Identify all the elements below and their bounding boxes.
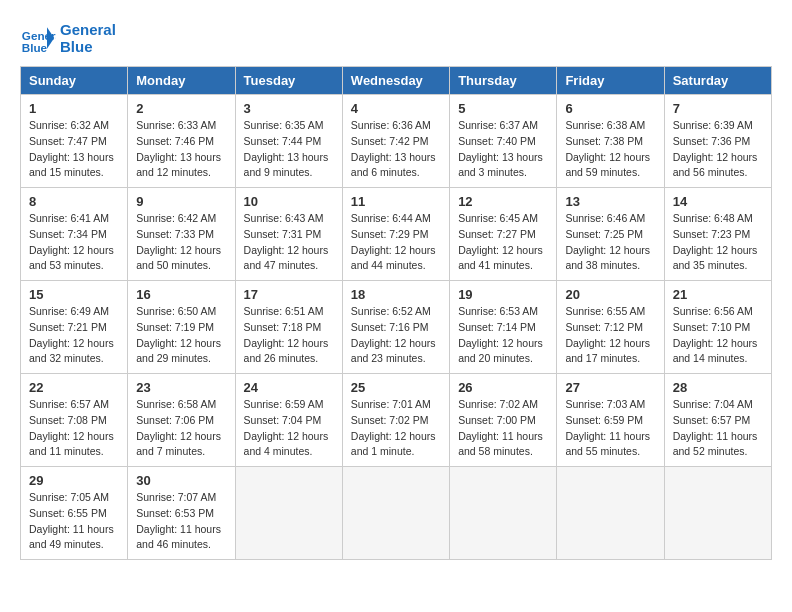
- page-header: General Blue General Blue: [20, 20, 772, 56]
- column-header-wednesday: Wednesday: [342, 67, 449, 95]
- day-info: Sunrise: 6:33 AM Sunset: 7:46 PM Dayligh…: [136, 118, 226, 181]
- column-header-tuesday: Tuesday: [235, 67, 342, 95]
- logo-line2: Blue: [60, 38, 116, 55]
- sunset-text: Sunset: 7:04 PM: [244, 414, 322, 426]
- column-header-friday: Friday: [557, 67, 664, 95]
- calendar-cell: [342, 467, 449, 560]
- calendar-cell: 9 Sunrise: 6:42 AM Sunset: 7:33 PM Dayli…: [128, 188, 235, 281]
- day-info: Sunrise: 6:49 AM Sunset: 7:21 PM Dayligh…: [29, 304, 119, 367]
- day-number: 6: [565, 101, 655, 116]
- week-row-4: 22 Sunrise: 6:57 AM Sunset: 7:08 PM Dayl…: [21, 374, 772, 467]
- calendar-cell: 7 Sunrise: 6:39 AM Sunset: 7:36 PM Dayli…: [664, 95, 771, 188]
- sunset-text: Sunset: 7:02 PM: [351, 414, 429, 426]
- calendar-cell: 18 Sunrise: 6:52 AM Sunset: 7:16 PM Dayl…: [342, 281, 449, 374]
- day-number: 5: [458, 101, 548, 116]
- daylight-text: Daylight: 13 hours and 6 minutes.: [351, 151, 436, 179]
- calendar-cell: 2 Sunrise: 6:33 AM Sunset: 7:46 PM Dayli…: [128, 95, 235, 188]
- day-number: 28: [673, 380, 763, 395]
- week-row-2: 8 Sunrise: 6:41 AM Sunset: 7:34 PM Dayli…: [21, 188, 772, 281]
- day-info: Sunrise: 6:56 AM Sunset: 7:10 PM Dayligh…: [673, 304, 763, 367]
- sunrise-text: Sunrise: 6:49 AM: [29, 305, 109, 317]
- daylight-text: Daylight: 12 hours and 29 minutes.: [136, 337, 221, 365]
- calendar-cell: 27 Sunrise: 7:03 AM Sunset: 6:59 PM Dayl…: [557, 374, 664, 467]
- day-info: Sunrise: 6:39 AM Sunset: 7:36 PM Dayligh…: [673, 118, 763, 181]
- day-info: Sunrise: 6:38 AM Sunset: 7:38 PM Dayligh…: [565, 118, 655, 181]
- day-info: Sunrise: 6:42 AM Sunset: 7:33 PM Dayligh…: [136, 211, 226, 274]
- daylight-text: Daylight: 12 hours and 20 minutes.: [458, 337, 543, 365]
- day-number: 22: [29, 380, 119, 395]
- sunset-text: Sunset: 7:40 PM: [458, 135, 536, 147]
- sunrise-text: Sunrise: 6:39 AM: [673, 119, 753, 131]
- day-number: 2: [136, 101, 226, 116]
- day-info: Sunrise: 6:32 AM Sunset: 7:47 PM Dayligh…: [29, 118, 119, 181]
- sunrise-text: Sunrise: 6:33 AM: [136, 119, 216, 131]
- calendar-table: SundayMondayTuesdayWednesdayThursdayFrid…: [20, 66, 772, 560]
- day-info: Sunrise: 6:46 AM Sunset: 7:25 PM Dayligh…: [565, 211, 655, 274]
- daylight-text: Daylight: 13 hours and 12 minutes.: [136, 151, 221, 179]
- sunset-text: Sunset: 7:38 PM: [565, 135, 643, 147]
- sunset-text: Sunset: 7:27 PM: [458, 228, 536, 240]
- day-info: Sunrise: 6:52 AM Sunset: 7:16 PM Dayligh…: [351, 304, 441, 367]
- day-number: 16: [136, 287, 226, 302]
- calendar-cell: 24 Sunrise: 6:59 AM Sunset: 7:04 PM Dayl…: [235, 374, 342, 467]
- column-header-saturday: Saturday: [664, 67, 771, 95]
- sunset-text: Sunset: 7:47 PM: [29, 135, 107, 147]
- sunrise-text: Sunrise: 6:55 AM: [565, 305, 645, 317]
- calendar-cell: 20 Sunrise: 6:55 AM Sunset: 7:12 PM Dayl…: [557, 281, 664, 374]
- sunrise-text: Sunrise: 6:38 AM: [565, 119, 645, 131]
- daylight-text: Daylight: 12 hours and 53 minutes.: [29, 244, 114, 272]
- sunset-text: Sunset: 7:46 PM: [136, 135, 214, 147]
- day-info: Sunrise: 6:53 AM Sunset: 7:14 PM Dayligh…: [458, 304, 548, 367]
- calendar-cell: 3 Sunrise: 6:35 AM Sunset: 7:44 PM Dayli…: [235, 95, 342, 188]
- day-number: 7: [673, 101, 763, 116]
- sunset-text: Sunset: 6:53 PM: [136, 507, 214, 519]
- day-info: Sunrise: 7:05 AM Sunset: 6:55 PM Dayligh…: [29, 490, 119, 553]
- calendar-cell: 30 Sunrise: 7:07 AM Sunset: 6:53 PM Dayl…: [128, 467, 235, 560]
- calendar-cell: 28 Sunrise: 7:04 AM Sunset: 6:57 PM Dayl…: [664, 374, 771, 467]
- sunrise-text: Sunrise: 6:43 AM: [244, 212, 324, 224]
- sunset-text: Sunset: 7:19 PM: [136, 321, 214, 333]
- daylight-text: Daylight: 12 hours and 50 minutes.: [136, 244, 221, 272]
- calendar-cell: 10 Sunrise: 6:43 AM Sunset: 7:31 PM Dayl…: [235, 188, 342, 281]
- daylight-text: Daylight: 12 hours and 47 minutes.: [244, 244, 329, 272]
- daylight-text: Daylight: 12 hours and 32 minutes.: [29, 337, 114, 365]
- day-info: Sunrise: 6:57 AM Sunset: 7:08 PM Dayligh…: [29, 397, 119, 460]
- column-header-monday: Monday: [128, 67, 235, 95]
- logo: General Blue General Blue: [20, 20, 116, 56]
- calendar-cell: 21 Sunrise: 6:56 AM Sunset: 7:10 PM Dayl…: [664, 281, 771, 374]
- calendar-cell: 11 Sunrise: 6:44 AM Sunset: 7:29 PM Dayl…: [342, 188, 449, 281]
- sunrise-text: Sunrise: 6:42 AM: [136, 212, 216, 224]
- daylight-text: Daylight: 12 hours and 38 minutes.: [565, 244, 650, 272]
- calendar-cell: 26 Sunrise: 7:02 AM Sunset: 7:00 PM Dayl…: [450, 374, 557, 467]
- day-info: Sunrise: 6:41 AM Sunset: 7:34 PM Dayligh…: [29, 211, 119, 274]
- calendar-cell: 6 Sunrise: 6:38 AM Sunset: 7:38 PM Dayli…: [557, 95, 664, 188]
- sunset-text: Sunset: 7:25 PM: [565, 228, 643, 240]
- calendar-cell: [450, 467, 557, 560]
- sunrise-text: Sunrise: 6:45 AM: [458, 212, 538, 224]
- calendar-cell: 16 Sunrise: 6:50 AM Sunset: 7:19 PM Dayl…: [128, 281, 235, 374]
- day-number: 25: [351, 380, 441, 395]
- sunrise-text: Sunrise: 6:32 AM: [29, 119, 109, 131]
- day-info: Sunrise: 6:48 AM Sunset: 7:23 PM Dayligh…: [673, 211, 763, 274]
- sunrise-text: Sunrise: 7:07 AM: [136, 491, 216, 503]
- sunrise-text: Sunrise: 6:57 AM: [29, 398, 109, 410]
- day-number: 13: [565, 194, 655, 209]
- calendar-cell: 4 Sunrise: 6:36 AM Sunset: 7:42 PM Dayli…: [342, 95, 449, 188]
- day-info: Sunrise: 6:35 AM Sunset: 7:44 PM Dayligh…: [244, 118, 334, 181]
- calendar-cell: 5 Sunrise: 6:37 AM Sunset: 7:40 PM Dayli…: [450, 95, 557, 188]
- sunset-text: Sunset: 7:44 PM: [244, 135, 322, 147]
- day-number: 3: [244, 101, 334, 116]
- sunrise-text: Sunrise: 6:53 AM: [458, 305, 538, 317]
- daylight-text: Daylight: 12 hours and 35 minutes.: [673, 244, 758, 272]
- sunrise-text: Sunrise: 6:46 AM: [565, 212, 645, 224]
- calendar-cell: [235, 467, 342, 560]
- daylight-text: Daylight: 12 hours and 59 minutes.: [565, 151, 650, 179]
- day-number: 24: [244, 380, 334, 395]
- daylight-text: Daylight: 13 hours and 3 minutes.: [458, 151, 543, 179]
- daylight-text: Daylight: 11 hours and 55 minutes.: [565, 430, 650, 458]
- day-info: Sunrise: 7:02 AM Sunset: 7:00 PM Dayligh…: [458, 397, 548, 460]
- sunrise-text: Sunrise: 6:35 AM: [244, 119, 324, 131]
- sunrise-text: Sunrise: 7:01 AM: [351, 398, 431, 410]
- sunset-text: Sunset: 7:29 PM: [351, 228, 429, 240]
- calendar-cell: 23 Sunrise: 6:58 AM Sunset: 7:06 PM Dayl…: [128, 374, 235, 467]
